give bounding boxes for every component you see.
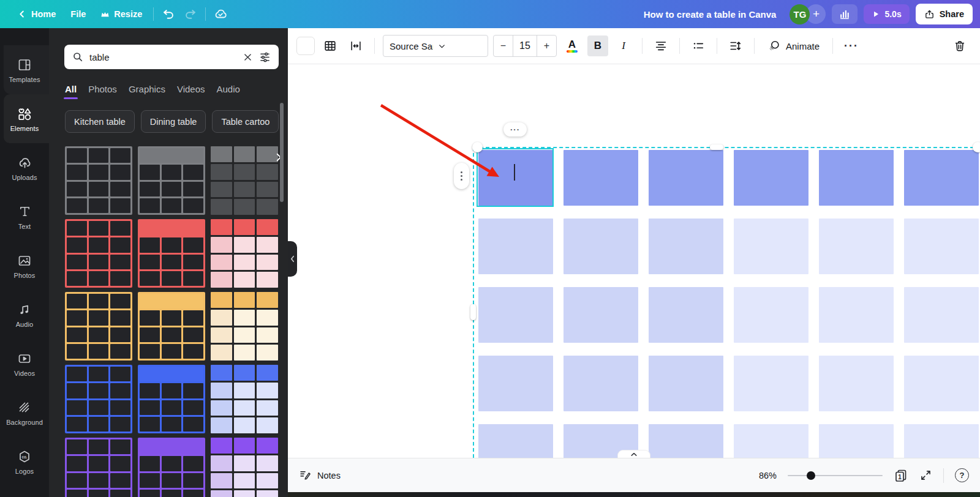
table-cell[interactable] [564, 287, 638, 343]
tab-graphics[interactable]: Graphics [129, 84, 165, 99]
insights-button[interactable] [832, 4, 858, 24]
home-button[interactable]: Home [10, 4, 63, 24]
filter-icon[interactable] [258, 51, 271, 64]
table-template-orange-header[interactable] [138, 292, 205, 361]
tab-videos[interactable]: Videos [177, 84, 205, 99]
table-template-blue-header[interactable] [138, 365, 205, 433]
table-corner-handle[interactable] [472, 142, 483, 152]
sidebar-item-logos[interactable]: co.Logos [0, 437, 49, 486]
file-button[interactable]: File [63, 4, 93, 24]
table-top-edge-handle[interactable] [710, 144, 723, 150]
font-size-increase-button[interactable]: + [537, 36, 556, 56]
table-template-gray-solid[interactable] [211, 146, 278, 215]
animate-button[interactable]: Animate [763, 36, 824, 56]
line-spacing-button[interactable] [725, 36, 746, 56]
font-size-value[interactable]: 15 [513, 36, 537, 56]
table-cell[interactable] [478, 287, 553, 343]
table-color-swatch[interactable] [296, 37, 315, 55]
table-cell[interactable] [734, 356, 809, 411]
table-cell[interactable] [649, 356, 723, 411]
share-button[interactable]: Share [916, 4, 973, 24]
table-cell[interactable] [649, 219, 723, 274]
table-grid-button[interactable] [320, 36, 341, 56]
table-template-gray-grid[interactable] [65, 146, 132, 215]
cell-options-button[interactable]: ··· [503, 122, 527, 136]
redo-button[interactable] [179, 4, 202, 24]
table-cell[interactable] [819, 356, 894, 411]
table-cell[interactable] [478, 356, 553, 411]
avatar[interactable]: TG [790, 4, 810, 24]
sidebar-item-background[interactable]: Background [0, 388, 49, 437]
resize-button[interactable]: Resize [93, 4, 149, 24]
suggestion-chip[interactable]: Dining table [141, 110, 206, 133]
sidebar-item-text[interactable]: Text [0, 192, 49, 241]
font-select[interactable]: Source Sans Pro [383, 35, 488, 57]
page-indicator-button[interactable]: 1 [894, 468, 908, 483]
sidebar-item-audio[interactable]: Audio [0, 290, 49, 339]
tab-audio[interactable]: Audio [217, 84, 240, 99]
suggestion-chip[interactable]: Kitchen table [65, 110, 135, 133]
sidebar-item-videos[interactable]: Videos [0, 339, 49, 388]
sidebar-item-photos[interactable]: Photos [0, 241, 49, 290]
notes-button[interactable]: Notes [299, 469, 341, 482]
panel-collapse-button[interactable] [288, 241, 297, 277]
panel-scrollbar[interactable] [280, 103, 284, 202]
text-align-button[interactable] [650, 36, 671, 56]
table-cell[interactable] [904, 356, 979, 411]
table-cell[interactable] [564, 356, 638, 411]
zoom-slider-thumb[interactable] [807, 471, 815, 480]
table-cell[interactable] [478, 424, 553, 458]
row-drag-handle[interactable] [454, 163, 469, 189]
italic-button[interactable]: I [613, 36, 634, 56]
table-left-edge-handle[interactable] [470, 304, 476, 320]
table-template-gray-header[interactable] [138, 146, 205, 215]
page-collapse-tab[interactable] [617, 450, 650, 458]
table-cell[interactable] [819, 219, 894, 274]
cloud-save-status[interactable] [209, 4, 232, 24]
table-template-blue-solid[interactable] [211, 365, 278, 433]
table-template-red-grid[interactable] [65, 219, 132, 288]
clear-search-icon[interactable] [243, 52, 253, 62]
text-color-button[interactable]: A [562, 36, 582, 56]
present-button[interactable]: 5.0s [864, 4, 909, 24]
table-cell[interactable] [819, 150, 894, 206]
sidebar-item-uploads[interactable]: Uploads [0, 143, 49, 192]
table-cell[interactable] [819, 424, 894, 458]
table-cell[interactable] [649, 424, 723, 458]
table-cell[interactable] [734, 150, 809, 206]
more-options-button[interactable]: ··· [841, 36, 862, 56]
zoom-slider[interactable] [788, 471, 883, 480]
table-cell[interactable] [904, 150, 979, 206]
chips-scroll-next-button[interactable] [271, 148, 287, 166]
sidebar-item-templates[interactable]: Templates [4, 45, 49, 94]
delete-button[interactable] [949, 36, 970, 56]
search-box[interactable] [64, 45, 279, 69]
design-title[interactable]: How to create a table in Canva [644, 9, 777, 20]
table-corner-handle-right[interactable] [973, 142, 980, 152]
table-template-purple-header[interactable] [138, 438, 205, 497]
table-cell[interactable] [564, 219, 638, 274]
tab-photos[interactable]: Photos [88, 84, 117, 99]
fullscreen-button[interactable] [919, 469, 932, 482]
table-cell[interactable] [734, 424, 809, 458]
table-cell[interactable] [819, 287, 894, 343]
table-template-purple-grid[interactable] [65, 438, 132, 497]
table-template-blue-grid[interactable] [65, 365, 132, 433]
table-template-orange-solid[interactable] [211, 292, 278, 361]
table-cell[interactable] [564, 150, 638, 206]
table-template-red-header[interactable] [138, 219, 205, 288]
table-cell[interactable] [904, 219, 979, 274]
undo-button[interactable] [157, 4, 179, 24]
table-template-orange-grid[interactable] [65, 292, 132, 361]
design-canvas[interactable]: ··· [288, 64, 980, 458]
table-cell[interactable] [649, 287, 723, 343]
table-cell[interactable] [904, 424, 979, 458]
bullet-list-button[interactable] [688, 36, 709, 56]
font-size-decrease-button[interactable]: − [494, 36, 513, 56]
table-template-red-solid[interactable] [211, 219, 278, 288]
search-input[interactable] [89, 52, 237, 62]
table-cell[interactable] [478, 219, 553, 274]
table-cell[interactable] [734, 287, 809, 343]
suggestion-chip[interactable]: Table cartoo [212, 110, 279, 133]
table-template-purple-solid[interactable] [211, 438, 278, 497]
